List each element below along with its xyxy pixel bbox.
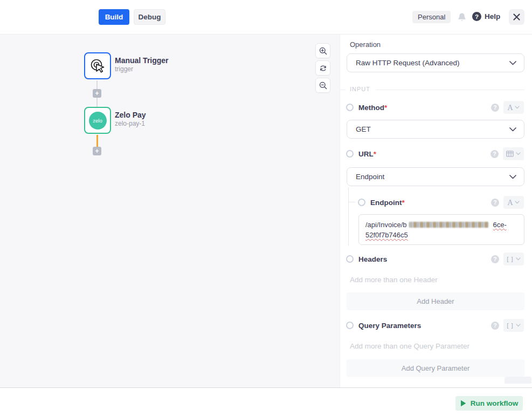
connector-line-active: [96, 135, 98, 147]
field-circle-icon[interactable]: [346, 104, 354, 111]
play-icon: [460, 400, 466, 407]
field-row-headers: Headers ? [ ]: [346, 253, 524, 265]
field-row-endpoint: Endpoint* ? A: [358, 196, 524, 208]
field-help-icon[interactable]: ?: [491, 199, 499, 207]
workflow-canvas[interactable]: Manual Trigger trigger + zelo Zelo Pay z…: [0, 35, 340, 387]
field-help-icon[interactable]: ?: [490, 150, 499, 158]
chevron-down-icon: [509, 61, 516, 65]
node-manual-trigger[interactable]: [84, 52, 111, 79]
chevron-down-icon: [516, 324, 521, 327]
operation-label: Operation: [350, 40, 381, 49]
field-circle-icon[interactable]: [346, 322, 354, 329]
required-asterisk: *: [384, 104, 387, 112]
query-type-selector[interactable]: [ ]: [503, 319, 524, 332]
text-type-icon: A: [508, 199, 513, 207]
close-button[interactable]: [509, 9, 524, 25]
node-title: Zelo Pay: [115, 111, 146, 119]
method-value: GET: [356, 125, 509, 133]
required-asterisk: *: [374, 150, 376, 158]
run-workflow-label: Run workflow: [471, 399, 519, 407]
method-type-selector[interactable]: A: [503, 101, 524, 114]
endpoint-value-suffix: 6ce-: [493, 221, 507, 229]
headers-type-selector[interactable]: [ ]: [503, 253, 524, 265]
field-row-method: Method* ? A: [346, 101, 524, 113]
node-title: Manual Trigger: [115, 56, 169, 65]
debug-tab[interactable]: Debug: [134, 9, 165, 25]
chevron-down-icon: [515, 106, 520, 109]
input-section-label: INPUT: [350, 86, 370, 92]
add-node-button[interactable]: +: [93, 147, 101, 155]
nesting-guide-line: [348, 187, 349, 245]
endpoint-input[interactable]: /api/Invoice/b6ce- 52f0f7b746c5: [358, 214, 524, 245]
url-label: URL*: [358, 150, 376, 158]
connector-line: [96, 80, 98, 89]
array-type-icon: [ ]: [507, 322, 514, 329]
add-query-parameter-button[interactable]: Add Query Parameter: [347, 359, 524, 377]
endpoint-value-line2: 52f0f7b746c5: [365, 231, 408, 239]
url-mode-select[interactable]: Endpoint: [347, 167, 524, 186]
headers-placeholder: Add more than one Header: [350, 276, 438, 284]
manual-trigger-icon: [89, 57, 106, 74]
help-button[interactable]: ? Help: [472, 12, 500, 21]
partially-visible-element: [505, 377, 531, 384]
chevron-down-icon: [516, 152, 521, 155]
run-workflow-button[interactable]: Run workflow: [455, 396, 523, 411]
required-asterisk: *: [402, 199, 404, 207]
url-type-selector[interactable]: [503, 147, 524, 160]
canvas-zoom-controls: [315, 43, 330, 93]
workspace-badge[interactable]: Personal: [412, 11, 451, 23]
array-type-icon: [ ]: [507, 256, 514, 262]
field-circle-icon[interactable]: [358, 199, 365, 206]
field-help-icon[interactable]: ?: [491, 255, 499, 263]
redacted-value: [409, 222, 489, 228]
method-select[interactable]: GET: [347, 120, 524, 139]
field-row-url: URL* ?: [346, 148, 524, 160]
chevron-down-icon: [516, 257, 521, 261]
zelo-pay-icon: zelo: [89, 112, 107, 129]
node-subtitle: trigger: [115, 65, 133, 73]
question-circle-icon: ?: [472, 12, 481, 21]
notification-bell-icon[interactable]: [458, 12, 466, 22]
endpoint-value-prefix: /api/Invoice/b: [365, 221, 407, 229]
headers-label: Headers: [358, 255, 387, 263]
node-zelo-pay[interactable]: zelo: [84, 107, 111, 134]
chevron-down-icon: [509, 175, 516, 179]
zoom-in-icon: [319, 47, 327, 55]
method-label: Method*: [358, 104, 387, 112]
field-help-icon[interactable]: ?: [491, 104, 499, 112]
operation-select[interactable]: Raw HTTP Request (Advanced): [347, 53, 524, 72]
top-bar: Build Debug Personal ? Help: [0, 0, 532, 35]
zoom-out-button[interactable]: [315, 78, 330, 93]
chevron-down-icon: [509, 127, 516, 132]
field-row-query-parameters: Query Parameters ? [ ]: [346, 319, 524, 331]
node-config-panel: Operation Raw HTTP Request (Advanced) IN…: [340, 35, 532, 387]
zoom-reset-button[interactable]: [315, 60, 330, 76]
url-mode-value: Endpoint: [356, 173, 509, 181]
query-placeholder: Add more than one Query Parameter: [350, 342, 469, 350]
operation-value: Raw HTTP Request (Advanced): [356, 59, 509, 67]
add-node-button[interactable]: +: [93, 89, 101, 98]
close-icon: [513, 13, 520, 21]
zoom-in-button[interactable]: [315, 43, 330, 58]
input-section-divider: INPUT: [340, 86, 532, 93]
refresh-icon: [319, 64, 327, 72]
table-type-icon: [506, 151, 514, 157]
help-label: Help: [485, 12, 500, 21]
field-help-icon[interactable]: ?: [491, 322, 499, 330]
chevron-down-icon: [515, 201, 520, 204]
build-tab[interactable]: Build: [99, 9, 129, 25]
text-type-icon: A: [508, 104, 513, 112]
add-header-button[interactable]: Add Header: [347, 292, 524, 310]
node-subtitle: zelo-pay-1: [115, 120, 145, 127]
field-circle-icon[interactable]: [346, 255, 354, 263]
endpoint-label: Endpoint*: [370, 199, 405, 207]
connector-line: [96, 98, 98, 107]
endpoint-type-selector[interactable]: A: [503, 196, 524, 209]
zoom-out-icon: [319, 81, 327, 90]
field-circle-icon[interactable]: [346, 150, 354, 158]
bottom-bar: Run workflow: [0, 387, 532, 416]
query-parameters-label: Query Parameters: [358, 322, 421, 330]
nesting-guide-tick: [348, 202, 355, 202]
